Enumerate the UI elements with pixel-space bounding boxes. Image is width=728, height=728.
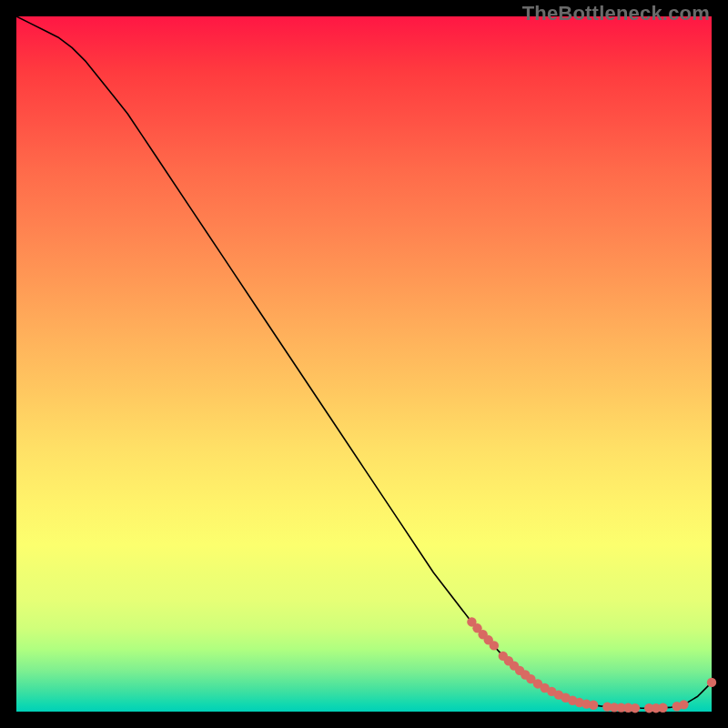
highlight-point	[707, 678, 716, 687]
highlight-points-group	[467, 617, 716, 713]
chart-frame: TheBottleneck.com	[0, 0, 728, 728]
highlight-point	[589, 701, 598, 710]
highlight-point	[631, 703, 640, 713]
curve-line	[16, 16, 712, 708]
highlight-point	[658, 703, 667, 713]
chart-svg	[16, 16, 712, 712]
highlight-point	[490, 641, 499, 650]
highlight-point	[679, 700, 688, 709]
